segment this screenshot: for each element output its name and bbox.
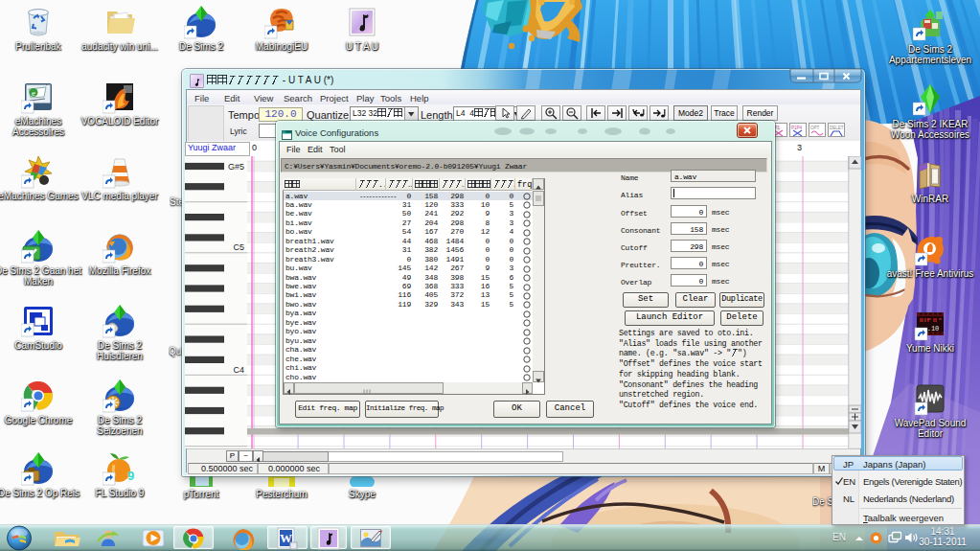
svg-text:G#5: G#5 [228, 162, 244, 172]
svg-text:P1P4: P1P4 [791, 126, 803, 130]
svg-text:DELET: DELET [830, 126, 844, 130]
svg-text:OPT: OPT [810, 126, 820, 130]
svg-text:e: e [32, 88, 35, 98]
svg-text:9: 9 [127, 469, 134, 483]
svg-text:.10: .10 [927, 325, 940, 333]
svg-text:C4: C4 [233, 365, 244, 375]
svg-text:C5: C5 [233, 242, 244, 252]
